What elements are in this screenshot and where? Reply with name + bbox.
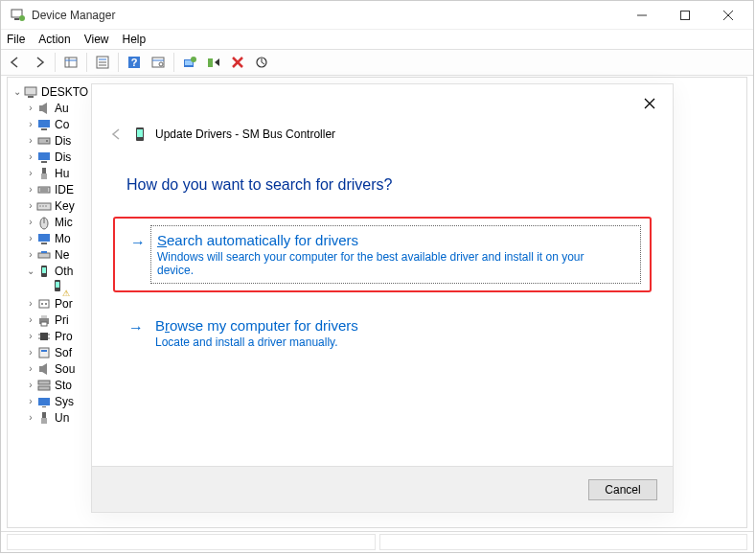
help-button[interactable]: ? — [124, 52, 145, 73]
svg-rect-71 — [42, 406, 46, 407]
svg-point-18 — [159, 62, 163, 66]
svg-point-56 — [45, 303, 47, 305]
svg-rect-53 — [56, 282, 59, 288]
collapse-icon[interactable]: ⌄ — [11, 86, 23, 97]
arrow-right-icon: → — [130, 234, 146, 251]
menu-file[interactable]: File — [7, 33, 25, 46]
window-title: Device Manager — [32, 9, 620, 22]
svg-rect-26 — [25, 87, 36, 95]
search-automatically-option[interactable]: → Search automatically for drivers Windo… — [113, 217, 652, 292]
dialog-title: Update Drivers - SM Bus Controller — [155, 127, 335, 141]
show-hide-tree-button[interactable] — [60, 52, 81, 73]
statusbar — [1, 531, 753, 552]
svg-rect-33 — [38, 152, 50, 160]
svg-rect-67 — [39, 366, 42, 372]
expand-icon[interactable]: › — [25, 412, 36, 423]
svg-rect-49 — [41, 251, 47, 253]
expand-icon[interactable]: › — [25, 233, 36, 243]
svg-rect-22 — [208, 58, 213, 67]
svg-rect-35 — [42, 168, 46, 173]
update-drivers-dialog: Update Drivers - SM Bus Controller How d… — [91, 83, 674, 513]
svg-rect-30 — [41, 128, 47, 130]
svg-rect-46 — [38, 234, 50, 242]
svg-rect-54 — [39, 300, 49, 308]
svg-rect-68 — [38, 381, 50, 384]
svg-rect-73 — [41, 418, 47, 424]
expand-icon[interactable]: › — [25, 184, 36, 195]
expand-icon[interactable]: › — [25, 331, 36, 341]
option-title: Search automatically for drivers — [157, 232, 634, 248]
expand-icon[interactable]: › — [25, 119, 36, 129]
svg-rect-48 — [38, 253, 50, 258]
properties-button[interactable] — [92, 52, 113, 73]
device-icon — [132, 127, 148, 142]
svg-rect-27 — [28, 96, 34, 98]
svg-rect-28 — [39, 105, 42, 111]
dialog-back-button[interactable] — [107, 125, 126, 144]
minimize-button[interactable] — [620, 1, 663, 29]
expand-icon[interactable]: › — [25, 135, 36, 146]
expand-icon[interactable]: › — [25, 217, 36, 227]
forward-button[interactable] — [29, 52, 50, 73]
expand-icon[interactable]: › — [25, 200, 36, 211]
dialog-close-button[interactable] — [638, 92, 661, 115]
expand-icon[interactable]: › — [25, 249, 36, 260]
menu-help[interactable]: Help — [123, 33, 147, 46]
svg-rect-4 — [680, 11, 689, 19]
expand-icon[interactable]: › — [25, 298, 36, 309]
dialog-header: Update Drivers - SM Bus Controller — [92, 84, 673, 144]
close-button[interactable] — [706, 1, 749, 29]
expand-icon[interactable]: › — [25, 363, 36, 374]
expand-icon[interactable]: › — [25, 103, 36, 113]
scan-changes-button[interactable] — [251, 52, 272, 73]
menubar: File Action View Help — [1, 30, 753, 49]
svg-point-21 — [191, 57, 196, 62]
svg-rect-60 — [40, 333, 48, 340]
svg-rect-40 — [37, 203, 51, 210]
svg-rect-72 — [42, 412, 46, 418]
scan-hardware-button[interactable] — [148, 52, 169, 73]
arrow-right-icon: → — [128, 319, 144, 336]
menu-action[interactable]: Action — [38, 33, 70, 46]
option-description: Windows will search your computer for th… — [157, 250, 598, 277]
svg-rect-34 — [41, 161, 47, 163]
svg-rect-69 — [38, 386, 50, 390]
expand-icon[interactable]: › — [25, 347, 36, 358]
expand-icon[interactable]: ⌄ — [25, 266, 36, 276]
enable-device-button[interactable] — [203, 52, 224, 73]
svg-rect-65 — [39, 348, 49, 358]
svg-point-32 — [46, 140, 48, 142]
svg-rect-70 — [38, 398, 50, 405]
svg-rect-59 — [41, 322, 47, 326]
device-manager-window: Device Manager File Action View Help ? — [0, 0, 754, 553]
update-driver-button[interactable] — [179, 52, 200, 73]
device-manager-icon — [11, 8, 26, 23]
expand-icon[interactable]: › — [25, 396, 36, 406]
svg-point-2 — [19, 15, 25, 21]
expand-icon[interactable]: › — [25, 314, 36, 325]
dialog-footer: Cancel — [92, 466, 673, 512]
toolbar: ? — [1, 49, 753, 76]
expand-icon[interactable]: › — [25, 151, 36, 162]
expand-icon[interactable]: › — [25, 168, 36, 178]
expand-icon[interactable]: › — [25, 380, 36, 390]
back-button[interactable] — [5, 52, 26, 73]
cancel-button[interactable]: Cancel — [588, 479, 657, 500]
uninstall-device-button[interactable] — [227, 52, 248, 73]
svg-rect-66 — [41, 350, 47, 352]
svg-point-55 — [41, 303, 43, 305]
option-description: Locate and install a driver manually. — [155, 335, 596, 349]
option-title: Browse my computer for drivers — [155, 317, 636, 334]
svg-rect-51 — [42, 267, 46, 273]
browse-computer-option[interactable]: → Browse my computer for drivers Locate … — [113, 304, 652, 362]
svg-rect-37 — [38, 187, 50, 193]
svg-rect-36 — [41, 173, 47, 179]
svg-rect-58 — [41, 315, 47, 318]
maximize-button[interactable] — [663, 1, 706, 29]
svg-rect-47 — [41, 243, 47, 244]
svg-rect-29 — [38, 120, 50, 127]
svg-rect-1 — [14, 18, 19, 20]
menu-view[interactable]: View — [84, 33, 109, 46]
svg-point-41 — [39, 205, 40, 206]
svg-text:?: ? — [131, 57, 138, 68]
